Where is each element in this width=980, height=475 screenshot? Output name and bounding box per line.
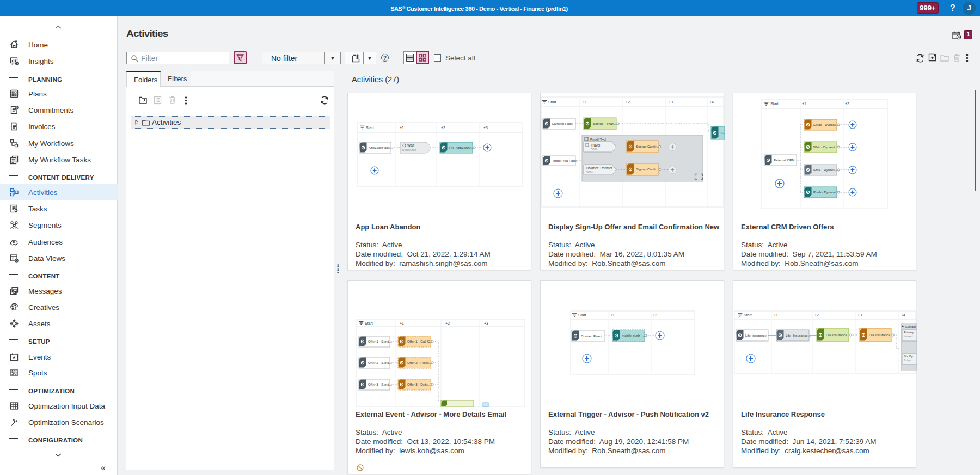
svg-text:Travel: Travel [591,143,600,147]
svg-text:+1: +1 [610,313,615,317]
svg-text:Life Insurance...: Life Insurance... [869,333,893,337]
svg-text:+2: +2 [445,321,450,325]
svg-text:Start: Start [366,126,374,130]
svg-text:Email - Dynam...: Email - Dynam... [813,123,838,126]
svg-text:+2: +2 [653,313,657,317]
svg-text:Email Test: Email Test [590,138,606,142]
svg-text:Wait: Wait [407,143,414,147]
svg-text:+3: +3 [857,313,862,317]
svg-text:Life_Insurance...: Life_Insurance... [786,333,811,337]
svg-text:Standar: Standar [905,325,916,328]
svg-text:Signup Confir...: Signup Confir... [636,167,659,171]
svg-text:Landing Page: Landing Page [552,121,573,125]
svg-text:Life Insurance: Life Insurance [826,333,847,337]
svg-text:mobile push - ...: mobile push - ... [622,333,646,337]
svg-text:Not Op: Not Op [904,355,913,358]
svg-text:50%: 50% [591,148,598,151]
svg-text:1 day: 1 day [904,358,911,362]
svg-text:+3: +3 [483,126,488,130]
svg-text:Start: Start [744,313,752,317]
svg-text:Offer 3 - Debt ...: Offer 3 - Debt ... [407,382,432,386]
svg-text:Start: Start [548,100,556,104]
svg-text:+2: +2 [845,102,849,106]
svg-text:+3: +3 [669,100,673,104]
svg-text:Life Insurance: Life Insurance [745,333,767,337]
svg-text:+4: +4 [709,100,714,104]
svg-text:Offer 1 - Call C...: Offer 1 - Call C... [407,339,433,343]
svg-text:SMS - Dynami...: SMS - Dynami... [813,168,838,172]
svg-text:+1: +1 [583,100,587,104]
svg-text:Push - Dynami...: Push - Dynami... [813,190,838,194]
svg-text:Offer 2 - Send...: Offer 2 - Send... [368,361,392,364]
svg-text:Offer 1 - Send...: Offer 1 - Send... [368,339,392,343]
svg-text:PN_AppLoanA...: PN_AppLoanA... [449,145,474,149]
svg-text:+2: +2 [441,126,445,130]
svg-text:Balance Transfer: Balance Transfer [586,166,612,170]
svg-text:+1: +1 [400,321,404,325]
svg-text:AppLoanPage...: AppLoanPage... [369,145,393,149]
svg-text:+2: +2 [814,313,819,317]
svg-text:Start: Start [578,313,586,317]
svg-text:Thank You Page: Thank You Page [552,159,577,162]
svg-text:Web - Dynami...: Web - Dynami... [813,145,838,149]
svg-text:Start: Start [365,321,373,325]
svg-text:+1: +1 [774,313,778,317]
svg-text:Signup - Than...: Signup - Than... [593,121,617,125]
svg-text:Offer 2 - Platin...: Offer 2 - Platin... [407,361,432,364]
svg-text:Immed: Immed [904,334,912,338]
svg-text:5 minutes: 5 minutes [402,148,416,151]
svg-text:+1: +1 [802,102,806,106]
svg-text:Contact Event ...: Contact Event ... [581,334,606,338]
svg-text:Offer 3 - Send...: Offer 3 - Send... [368,382,392,386]
svg-text:50%: 50% [586,170,593,174]
svg-text:+1: +1 [400,126,404,130]
svg-text:Signup Confir...: Signup Confir... [636,144,659,148]
svg-text:T...: T... [720,131,725,135]
svg-text:Primary: Primary [904,331,914,334]
svg-text:+4: +4 [901,313,905,317]
svg-text:Start: Start [770,102,779,106]
svg-text:+3: +3 [484,321,488,325]
svg-text:External CRM: External CRM [774,158,795,162]
svg-text:+2: +2 [626,100,630,104]
